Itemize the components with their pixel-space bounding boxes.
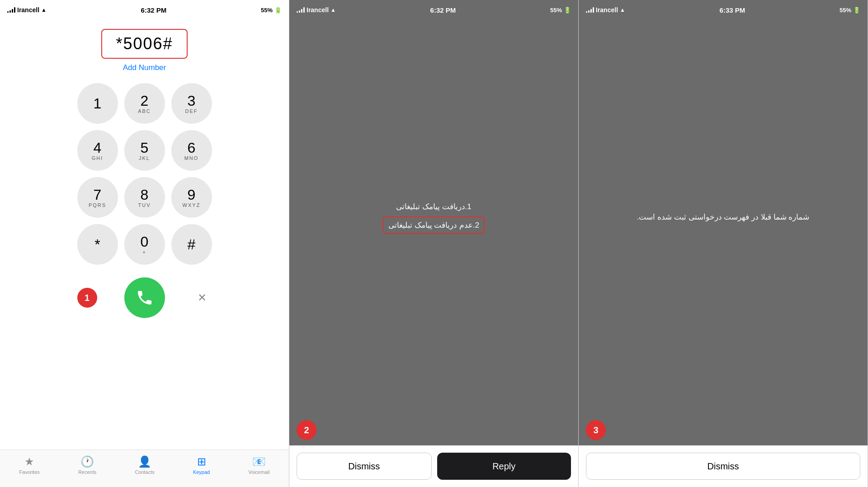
tab-icon-voicemail: 📧: [252, 455, 266, 468]
tab-contacts[interactable]: 👤Contacts: [135, 455, 154, 475]
key-9[interactable]: 9WXYZ: [171, 177, 212, 218]
tab-label-favorites: Favorites: [19, 469, 40, 475]
battery-icon-2: 🔋: [564, 7, 571, 14]
status-right-3: 55% 🔋: [840, 7, 860, 14]
tab-recents[interactable]: 🕐Recents: [78, 455, 96, 475]
battery-icon-3: 🔋: [853, 7, 860, 14]
status-left: Irancell ▲: [7, 6, 47, 14]
status-bar-3: Irancell ▲ 6:33 PM 55% 🔋: [579, 0, 868, 20]
status-right: 55% 🔋: [261, 7, 282, 14]
dismiss-button-3[interactable]: Dismiss: [586, 453, 860, 480]
key-6[interactable]: 6MNO: [171, 130, 212, 171]
tab-bar: ★Favorites🕐Recents👤Contacts⊞Keypad📧Voice…: [0, 450, 289, 487]
tab-keypad[interactable]: ⊞Keypad: [193, 455, 210, 475]
number-display-wrapper: *5006#: [101, 29, 187, 59]
battery-icon: 🔋: [274, 7, 282, 14]
dismiss-button-2[interactable]: Dismiss: [297, 453, 432, 480]
dialer-actions: 1 ✕: [0, 277, 289, 318]
status-left-2: Irancell ▲: [297, 6, 336, 14]
tab-icon-recents: 🕐: [80, 455, 94, 468]
tab-label-recents: Recents: [78, 469, 96, 475]
key-8[interactable]: 8TUV: [124, 177, 165, 218]
wifi-icon: ▲: [41, 7, 47, 13]
ussd-screen: Irancell ▲ 6:32 PM 55% 🔋 1.دریافت پیامک …: [289, 0, 579, 487]
wifi-icon-3: ▲: [620, 7, 625, 13]
screen3-badge-row: 3: [579, 415, 868, 445]
key-4[interactable]: 4GHI: [77, 130, 118, 171]
time-label: 6:32 PM: [141, 6, 167, 14]
screen3-actions: Dismiss: [579, 445, 868, 487]
ussd-text: 1.دریافت پیامک تبلیغاتی 2.عدم دریافت پیا…: [383, 201, 485, 234]
ussd-option1: 1.دریافت پیامک تبلیغاتی: [383, 201, 485, 213]
tab-label-voicemail: Voicemail: [248, 469, 269, 475]
step-badge-1: 1: [77, 288, 97, 308]
delete-button[interactable]: ✕: [192, 288, 212, 308]
step-badge-3: 3: [586, 420, 606, 440]
signal-icon-3: [586, 7, 594, 13]
phone-icon: [136, 289, 154, 307]
screen2-actions: Dismiss Reply: [289, 445, 578, 487]
registered-screen: Irancell ▲ 6:33 PM 55% 🔋 شماره شما قبلا …: [579, 0, 868, 487]
tab-icon-keypad: ⊞: [197, 455, 206, 468]
ussd-content: 1.دریافت پیامک تبلیغاتی 2.عدم دریافت پیا…: [289, 20, 578, 415]
time-label-3: 6:33 PM: [720, 6, 745, 14]
screen3-bottom: 3 Dismiss: [579, 415, 868, 487]
dialer-content: *5006# Add Number 12ABC3DEF4GHI5JKL6MNO7…: [0, 20, 289, 450]
status-bar-2: Irancell ▲ 6:32 PM 55% 🔋: [289, 0, 578, 20]
key-5[interactable]: 5JKL: [124, 130, 165, 171]
tab-icon-contacts: 👤: [138, 455, 151, 468]
tab-label-contacts: Contacts: [135, 469, 154, 475]
tab-voicemail[interactable]: 📧Voicemail: [248, 455, 269, 475]
battery-label: 55%: [261, 7, 273, 14]
key-0[interactable]: 0+: [124, 224, 165, 265]
signal-icon-2: [297, 7, 305, 13]
carrier-label-3: Irancell: [596, 6, 618, 14]
screen2-badge-row: 2: [289, 415, 578, 445]
carrier-label: Irancell: [17, 6, 39, 14]
key-#[interactable]: #: [171, 224, 212, 265]
number-display: *5006#: [116, 34, 173, 53]
screen3-content: شماره شما قبلا در فهرست درخواستی ثبت شده…: [579, 20, 868, 415]
tab-favorites[interactable]: ★Favorites: [19, 455, 40, 475]
ussd-option2: 2.عدم دریافت پیامک تبلیغاتی: [383, 216, 485, 234]
key-1[interactable]: 1: [77, 83, 118, 124]
key-3[interactable]: 3DEF: [171, 83, 212, 124]
carrier-label-2: Irancell: [307, 6, 329, 14]
reply-button[interactable]: Reply: [437, 453, 571, 480]
registered-message: شماره شما قبلا در فهرست درخواستی ثبت شده…: [637, 211, 810, 223]
status-bar-1: Irancell ▲ 6:32 PM 55% 🔋: [0, 0, 289, 20]
call-button[interactable]: [124, 277, 165, 318]
key-*[interactable]: *: [77, 224, 118, 265]
tab-icon-favorites: ★: [24, 455, 34, 468]
wifi-icon-2: ▲: [330, 7, 336, 13]
tab-label-keypad: Keypad: [193, 469, 210, 475]
add-number-label[interactable]: Add Number: [123, 63, 166, 72]
keypad-grid: 12ABC3DEF4GHI5JKL6MNO7PQRS8TUV9WXYZ*0+#: [77, 83, 212, 265]
signal-icon: [7, 7, 15, 13]
step-badge-2: 2: [297, 420, 316, 440]
battery-label-3: 55%: [840, 7, 851, 14]
battery-label-2: 55%: [550, 7, 562, 14]
status-left-3: Irancell ▲: [586, 6, 625, 14]
key-7[interactable]: 7PQRS: [77, 177, 118, 218]
screen2-bottom: 2 Dismiss Reply: [289, 415, 578, 487]
dialer-screen: Irancell ▲ 6:32 PM 55% 🔋 *5006# Add Numb…: [0, 0, 289, 487]
time-label-2: 6:32 PM: [430, 6, 456, 14]
key-2[interactable]: 2ABC: [124, 83, 165, 124]
status-right-2: 55% 🔋: [550, 7, 571, 14]
